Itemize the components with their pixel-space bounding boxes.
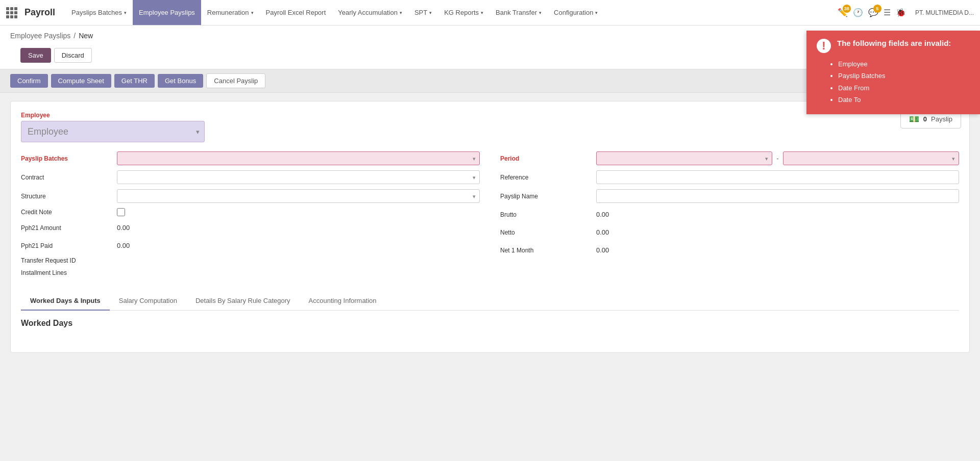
nav-item-kg-reports[interactable]: KG Reports ▾: [438, 0, 489, 25]
payslip-batches-select[interactable]: [117, 151, 480, 165]
company-name: PT. MULTIMEDIA D...: [915, 9, 974, 16]
employee-select[interactable]: Employee: [21, 121, 205, 142]
nav-right-icons: ✏️ 38 🕐 💬 5 ☰ 🐞 PT. MULTIMEDIA D...: [838, 8, 974, 17]
net-1-month-value: 0.00: [596, 244, 959, 257]
edit-badge: 38: [843, 5, 851, 13]
payslip-name-input[interactable]: [596, 189, 959, 203]
brutto-label: Brutto: [500, 211, 592, 218]
nav-item-employee-payslips[interactable]: Employee Payslips: [133, 0, 201, 25]
confirm-button[interactable]: Confirm: [10, 74, 48, 88]
error-popup-title: The following fields are invalid:: [837, 39, 951, 47]
payslip-batches-label: Payslip Batches: [21, 155, 113, 162]
payslip-batches-select-wrap: [117, 151, 480, 165]
structure-row: Structure: [21, 189, 480, 203]
get-bonus-button[interactable]: Get Bonus: [158, 74, 203, 88]
tab-accounting-information[interactable]: Accounting Information: [300, 292, 386, 311]
nav-item-payslips-batches[interactable]: Payslips Batches ▾: [65, 0, 133, 25]
bug-icon: 🐞: [896, 8, 906, 17]
apps-grid-icon[interactable]: [6, 7, 17, 18]
error-popup-list: Employee Payslip Batches Date From Date …: [817, 58, 970, 106]
brutto-value: 0.00: [596, 208, 959, 221]
cancel-payslip-button[interactable]: Cancel Payslip: [206, 73, 265, 88]
contract-select-wrap: [117, 170, 480, 184]
error-item-date-to: Date To: [838, 94, 970, 106]
installment-lines-value: [117, 270, 480, 275]
breadcrumb-current: New: [79, 32, 93, 40]
breadcrumb-separator: /: [74, 32, 76, 40]
period-from-select[interactable]: [596, 151, 772, 165]
period-label: Period: [500, 155, 592, 162]
reference-input[interactable]: [596, 170, 959, 184]
net-1-month-label: Net 1 Month: [500, 247, 592, 254]
edit-icon-btn[interactable]: ✏️ 38: [838, 8, 848, 17]
discard-button[interactable]: Discard: [54, 48, 92, 63]
top-navigation: Payroll Payslips Batches ▾ Employee Pays…: [0, 0, 980, 25]
credit-note-checkbox[interactable]: [117, 208, 125, 216]
contract-row: Contract: [21, 170, 480, 184]
transfer-request-id-label: Transfer Request ID: [21, 257, 113, 264]
contract-select[interactable]: [117, 170, 480, 184]
transfer-request-id-row: Transfer Request ID: [21, 257, 480, 264]
period-row: Period -: [500, 151, 959, 165]
worked-days-section-title: Worked Days: [21, 319, 959, 328]
pph21-amount-label: Pph21 Amount: [21, 224, 113, 232]
period-to-select-wrap: [783, 151, 959, 165]
nav-item-payroll-excel-report[interactable]: Payroll Excel Report: [260, 0, 332, 25]
form-grid: Payslip Batches Contract: [21, 151, 959, 281]
compute-sheet-button[interactable]: Compute Sheet: [51, 74, 111, 88]
pph21-paid-row: Pph21 Paid 0.00: [21, 239, 480, 252]
error-exclamation-icon: !: [817, 39, 831, 53]
brutto-row: Brutto 0.00: [500, 208, 959, 221]
reference-label: Reference: [500, 174, 592, 181]
form-card: 💵 0 Payslip Employee Employee Payslip Ba…: [10, 101, 970, 353]
period-to-select[interactable]: [783, 151, 959, 165]
nav-item-spt[interactable]: SPT ▾: [408, 0, 438, 25]
nav-item-yearly-accumulation[interactable]: Yearly Accumulation ▾: [332, 0, 408, 25]
payslip-name-label: Payslip Name: [500, 193, 592, 200]
get-thr-button[interactable]: Get THR: [114, 74, 155, 88]
list-icon-btn[interactable]: ☰: [884, 8, 891, 17]
chat-badge: 5: [873, 5, 881, 13]
bug-icon-btn[interactable]: 🐞: [896, 8, 906, 17]
error-item-payslip-batches: Payslip Batches: [838, 70, 970, 82]
transfer-request-id-value: [117, 258, 480, 263]
tabs-bar: Worked Days & Inputs Salary Computation …: [21, 292, 959, 311]
structure-select[interactable]: [117, 189, 480, 203]
installment-lines-label: Installment Lines: [21, 269, 113, 276]
nav-item-bank-transfer[interactable]: Bank Transfer ▾: [489, 0, 548, 25]
contract-label: Contract: [21, 174, 113, 181]
net-1-month-row: Net 1 Month 0.00: [500, 244, 959, 257]
chat-icon-btn[interactable]: 💬 5: [868, 8, 878, 17]
chevron-down-icon: ▾: [400, 10, 402, 15]
pph21-amount-value: 0.00: [117, 221, 480, 234]
nav-item-configuration[interactable]: Configuration ▾: [548, 0, 604, 25]
form-section-left: Payslip Batches Contract: [21, 151, 480, 281]
payslip-count: 0: [923, 115, 927, 123]
reference-row: Reference: [500, 170, 959, 184]
period-from-select-wrap: [596, 151, 772, 165]
pph21-amount-row: Pph21 Amount 0.00: [21, 221, 480, 234]
installment-lines-row: Installment Lines: [21, 269, 480, 276]
chevron-down-icon: ▾: [124, 10, 127, 15]
clock-icon-btn[interactable]: 🕐: [853, 8, 863, 17]
structure-label: Structure: [21, 193, 113, 200]
payslip-name-row: Payslip Name: [500, 189, 959, 203]
credit-note-label: Credit Note: [21, 209, 113, 216]
list-icon: ☰: [884, 8, 891, 17]
tab-salary-computation[interactable]: Salary Computation: [110, 292, 186, 311]
error-popup-header: ! The following fields are invalid:: [817, 39, 970, 53]
chevron-down-icon: ▾: [251, 10, 254, 15]
chevron-down-icon: ▾: [481, 10, 483, 15]
nav-item-remuneration[interactable]: Remuneration ▾: [201, 0, 260, 25]
tab-worked-days-inputs[interactable]: Worked Days & Inputs: [21, 292, 110, 311]
error-item-employee: Employee: [838, 58, 970, 70]
payslip-label: Payslip: [931, 115, 952, 123]
tab-content-worked-days: Worked Days: [21, 311, 959, 342]
tab-details-by-salary-rule-category[interactable]: Details By Salary Rule Category: [186, 292, 300, 311]
payslip-icon: 💵: [909, 114, 919, 124]
breadcrumb-parent-link[interactable]: Employee Payslips: [10, 32, 70, 40]
clock-icon: 🕐: [853, 8, 863, 17]
save-button[interactable]: Save: [20, 48, 51, 63]
structure-select-wrap: [117, 189, 480, 203]
credit-note-row: Credit Note: [21, 208, 480, 216]
